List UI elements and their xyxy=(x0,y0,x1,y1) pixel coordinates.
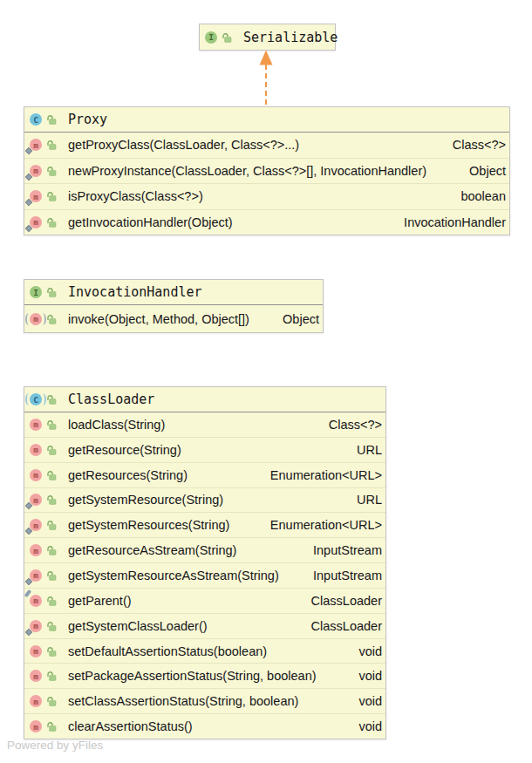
method-name: invoke(Object, Method, Object[]) xyxy=(68,312,249,326)
public-unlocked-icon xyxy=(46,287,57,297)
method-row[interactable]: m setDefaultAssertionStatus(boolean) voi… xyxy=(24,638,385,664)
public-unlocked-icon xyxy=(46,596,57,606)
node-title: Serializable xyxy=(243,30,338,45)
implements-edge[interactable] xyxy=(257,50,275,107)
node-serializable[interactable]: I Serializable xyxy=(199,24,336,51)
method-icon: m xyxy=(30,670,42,682)
method-icon: m xyxy=(30,519,42,531)
method-icon: m xyxy=(30,165,42,177)
method-icon: m xyxy=(30,494,42,506)
method-icon: m xyxy=(30,569,42,582)
public-unlocked-icon xyxy=(46,445,57,455)
method-return-type: InvocationHandler xyxy=(399,215,506,229)
method-name: getProxyClass(ClassLoader, Class<?>...) xyxy=(68,138,299,152)
method-return-type: Object xyxy=(464,164,506,178)
method-row[interactable]: m getResource(String) URL xyxy=(24,437,385,462)
method-name: setDefaultAssertionStatus(boolean) xyxy=(68,644,267,658)
public-unlocked-icon xyxy=(222,32,232,43)
method-row[interactable]: m isProxyClass(Class<?>) boolean xyxy=(24,183,509,209)
method-list: m loadClass(String) Class<?> m getResour… xyxy=(24,412,385,739)
method-row[interactable]: m clearAssertionStatus() void xyxy=(24,713,385,739)
method-return-type: Enumeration<URL> xyxy=(265,518,382,532)
method-icon: m xyxy=(30,695,42,707)
public-unlocked-icon xyxy=(46,721,57,732)
public-unlocked-icon xyxy=(46,191,57,201)
method-row[interactable]: m getProxyClass(ClassLoader, Class<?>...… xyxy=(24,133,509,158)
method-row[interactable]: m getSystemResourceAsStream(String) Inpu… xyxy=(24,562,385,588)
public-unlocked-icon xyxy=(46,646,57,657)
public-unlocked-icon xyxy=(46,394,57,405)
node-header: I Serializable xyxy=(200,24,335,50)
method-name: getResourceAsStream(String) xyxy=(68,543,236,557)
method-name: getParent() xyxy=(68,594,132,608)
method-row[interactable]: m getSystemResource(String) URL xyxy=(24,487,385,513)
method-icon: m xyxy=(30,469,42,481)
method-return-type: InputStream xyxy=(308,569,382,582)
method-name: loadClass(String) xyxy=(68,418,165,432)
method-name: getSystemClassLoader() xyxy=(68,619,208,633)
abstract-class-icon: C xyxy=(30,393,42,405)
public-unlocked-icon xyxy=(46,621,57,631)
method-icon: m xyxy=(30,444,42,456)
method-name: getSystemResourceAsStream(String) xyxy=(68,569,279,582)
method-icon: m xyxy=(30,595,42,607)
method-row[interactable]: m getResources(String) Enumeration<URL> xyxy=(24,462,385,487)
node-classloader[interactable]: C ClassLoader m loadClass(String) Class<… xyxy=(24,386,386,739)
uml-diagram-canvas: I Serializable C xyxy=(0,0,532,763)
node-title: ClassLoader xyxy=(68,392,154,407)
method-return-type: boolean xyxy=(455,189,506,203)
node-header: C ClassLoader xyxy=(24,387,385,412)
method-row[interactable]: m getResourceAsStream(String) InputStrea… xyxy=(24,537,385,562)
method-row[interactable]: m newProxyInstance(ClassLoader, Class<?>… xyxy=(24,158,509,184)
method-row[interactable]: m getSystemResources(String) Enumeration… xyxy=(24,512,385,537)
node-invocation-handler[interactable]: I InvocationHandler m invoke(Object, Met… xyxy=(24,279,324,333)
method-row[interactable]: m setPackageAssertionStatus(String, bool… xyxy=(24,663,385,688)
method-row[interactable]: m invoke(Object, Method, Object[]) Objec… xyxy=(24,305,323,332)
interface-icon: I xyxy=(30,286,42,298)
method-name: newProxyInstance(ClassLoader, Class<?>[]… xyxy=(68,164,426,178)
method-row[interactable]: m getInvocationHandler(Object) Invocatio… xyxy=(24,209,509,235)
method-name: setClassAssertionStatus(String, boolean) xyxy=(68,694,298,708)
method-name: clearAssertionStatus() xyxy=(68,719,193,733)
method-row[interactable]: m loadClass(String) Class<?> xyxy=(24,412,385,437)
method-row[interactable]: m getParent() ClassLoader xyxy=(24,588,385,613)
method-row[interactable]: m setClassAssertionStatus(String, boolea… xyxy=(24,688,385,713)
public-unlocked-icon xyxy=(46,671,57,681)
interface-icon: I xyxy=(205,31,217,44)
method-name: getInvocationHandler(Object) xyxy=(68,215,233,229)
public-unlocked-icon xyxy=(46,545,57,555)
public-unlocked-icon xyxy=(46,114,57,125)
method-icon: m xyxy=(30,419,42,431)
method-name: getResources(String) xyxy=(68,468,188,482)
method-name: setPackageAssertionStatus(String, boolea… xyxy=(68,669,317,683)
public-unlocked-icon xyxy=(46,217,57,228)
method-name: getSystemResource(String) xyxy=(68,493,223,507)
method-return-type: void xyxy=(353,669,382,683)
public-unlocked-icon xyxy=(46,520,57,530)
node-proxy[interactable]: C Proxy m getProxyClass(ClassL xyxy=(24,106,510,235)
method-return-type: Object xyxy=(277,312,319,326)
method-return-type: void xyxy=(353,719,382,733)
method-return-type: Enumeration<URL> xyxy=(265,468,382,482)
method-return-type: void xyxy=(353,694,382,708)
method-icon: m xyxy=(30,544,42,556)
method-return-type: Class<?> xyxy=(324,418,382,432)
method-list: m getProxyClass(ClassLoader, Class<?>...… xyxy=(24,133,509,235)
method-list: m invoke(Object, Method, Object[]) Objec… xyxy=(24,305,323,332)
method-icon: m xyxy=(30,216,42,228)
method-icon: m xyxy=(30,190,42,202)
public-unlocked-icon xyxy=(46,570,57,581)
method-return-type: Class<?> xyxy=(447,138,506,152)
method-name: getSystemResources(String) xyxy=(68,518,229,532)
yfiles-watermark: Powered by yFiles xyxy=(7,739,103,752)
method-return-type: ClassLoader xyxy=(306,594,382,608)
method-name: isProxyClass(Class<?>) xyxy=(68,189,203,203)
node-header: C Proxy xyxy=(24,107,509,133)
method-return-type: InputStream xyxy=(308,543,382,557)
node-header: I InvocationHandler xyxy=(24,280,323,305)
arrowhead-icon xyxy=(260,51,273,65)
method-row[interactable]: m getSystemClassLoader() ClassLoader xyxy=(24,613,385,638)
public-unlocked-icon xyxy=(46,696,57,706)
method-name: getResource(String) xyxy=(68,443,181,457)
method-icon: m xyxy=(30,720,42,732)
